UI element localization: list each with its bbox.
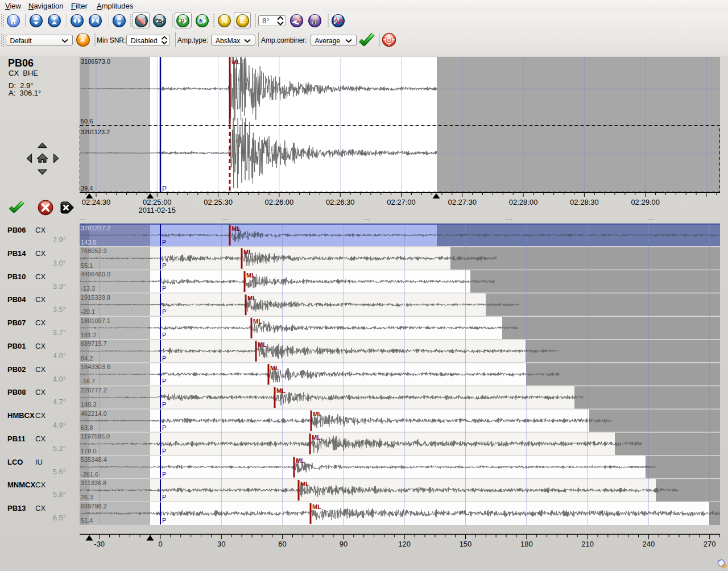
svg-text:P: P (162, 448, 166, 454)
svg-text:210: 210 (581, 540, 594, 548)
svg-text:P: P (162, 471, 166, 478)
svg-text:P: P (162, 424, 166, 431)
svg-text:ML: ML (247, 295, 257, 301)
svg-text:02:24:30: 02:24:30 (82, 198, 111, 206)
svg-text:ML: ML (312, 434, 321, 441)
svg-text:-16.7: -16.7 (81, 378, 95, 384)
svg-text:51.4: 51.4 (81, 517, 93, 524)
svg-text:1801097.1: 1801097.1 (81, 317, 110, 324)
svg-text:P: P (162, 308, 166, 315)
svg-text:50.6: 50.6 (81, 118, 93, 125)
svg-text:178.0: 178.0 (81, 448, 97, 454)
svg-text:ML: ML (296, 457, 305, 464)
svg-text:ML: ML (270, 365, 279, 371)
svg-text:ML: ML (313, 411, 322, 417)
svg-text:ML: ML (300, 481, 309, 487)
svg-text:02:27:30: 02:27:30 (448, 198, 477, 206)
svg-text:1197585.0: 1197585.0 (81, 433, 110, 440)
svg-text:C: C (161, 19, 164, 25)
svg-text:1643303.6: 1643303.6 (81, 363, 110, 370)
svg-text:02:25:30: 02:25:30 (204, 198, 233, 206)
svg-text:535348.4: 535348.4 (81, 456, 107, 463)
svg-text:P: P (162, 494, 166, 500)
svg-text:90: 90 (340, 540, 348, 548)
svg-text:689798.2: 689798.2 (81, 503, 107, 510)
svg-text:0: 0 (158, 540, 162, 548)
svg-text:-13.3: -13.3 (81, 285, 95, 292)
svg-text:180: 180 (520, 540, 533, 548)
svg-text:P: P (162, 262, 166, 269)
svg-text:220777.2: 220777.2 (81, 387, 107, 394)
svg-text:3201123.2: 3201123.2 (81, 129, 110, 135)
svg-text:P: P (162, 355, 166, 362)
svg-text:240: 240 (643, 540, 655, 548)
svg-text:63.8: 63.8 (81, 424, 93, 431)
svg-text:3201227.2: 3201227.2 (81, 225, 110, 231)
svg-text:ML: ML (312, 503, 321, 510)
svg-text:143.5: 143.5 (81, 239, 97, 246)
svg-text:02:28:00: 02:28:00 (509, 198, 538, 206)
svg-text:P: P (162, 185, 167, 193)
svg-text:39.4: 39.4 (81, 185, 93, 192)
svg-text:P: P (162, 378, 166, 384)
svg-text:60: 60 (278, 540, 286, 548)
svg-text:-30: -30 (94, 540, 105, 548)
svg-text:P: P (162, 401, 166, 408)
svg-text:26.3: 26.3 (81, 494, 93, 500)
svg-text:02:25:00: 02:25:00 (143, 198, 172, 206)
svg-text:-20.1: -20.1 (81, 308, 95, 315)
svg-text:768052.9: 768052.9 (81, 247, 107, 254)
svg-text:02:26:30: 02:26:30 (326, 198, 355, 206)
svg-text:150: 150 (460, 540, 472, 548)
svg-text:3106573.0: 3106573.0 (81, 58, 110, 65)
svg-text:ML: ML (246, 272, 255, 279)
svg-text:1915339.8: 1915339.8 (81, 294, 110, 301)
svg-text:ML: ML (258, 341, 267, 348)
svg-text:02:29:00: 02:29:00 (631, 198, 660, 206)
svg-text:P: P (162, 517, 166, 524)
svg-text:02:26:00: 02:26:00 (265, 198, 294, 206)
svg-text:120: 120 (398, 540, 411, 548)
svg-text:02:27:00: 02:27:00 (387, 198, 416, 206)
svg-text:55.1: 55.1 (81, 262, 93, 269)
svg-text:84.2: 84.2 (81, 355, 93, 362)
svg-text:30: 30 (217, 540, 225, 548)
svg-text:2011-02-15: 2011-02-15 (139, 206, 176, 214)
svg-text:P: P (162, 332, 166, 338)
svg-text:140.3: 140.3 (81, 401, 97, 408)
svg-text:462214.0: 462214.0 (81, 410, 107, 417)
svg-text:ML: ML (276, 387, 286, 394)
svg-text:4406480.0: 4406480.0 (81, 271, 110, 278)
svg-text:02:28:30: 02:28:30 (570, 198, 599, 206)
svg-text:270: 270 (704, 540, 716, 548)
svg-text:ML: ML (243, 249, 253, 255)
svg-text:181.2: 181.2 (81, 332, 97, 338)
svg-text:P: P (162, 239, 166, 246)
svg-text:689715.7: 689715.7 (81, 340, 107, 347)
svg-text:ML: ML (253, 318, 262, 325)
svg-text:ML: ML (231, 225, 241, 232)
svg-text:-261.6: -261.6 (81, 471, 98, 478)
svg-text:P: P (162, 285, 166, 292)
svg-text:311336.8: 311336.8 (81, 479, 106, 486)
